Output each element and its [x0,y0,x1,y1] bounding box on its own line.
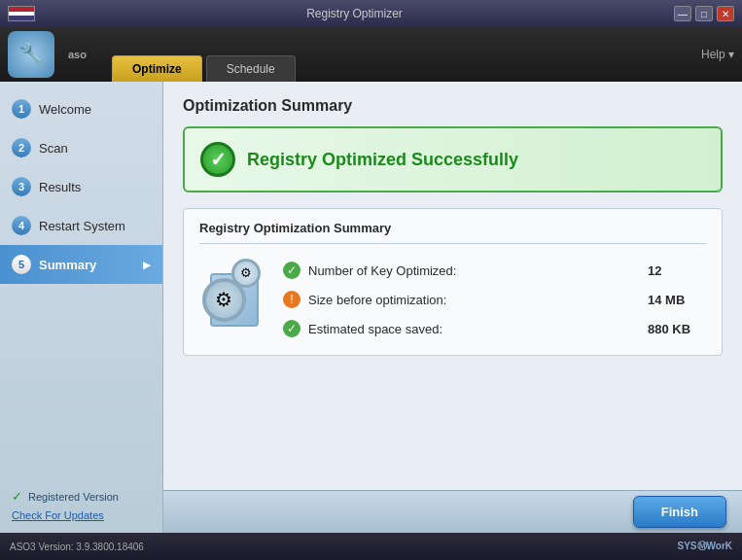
row-0-value: 12 [648,263,706,278]
help-menu[interactable]: Help ▾ [701,48,734,61]
row-2-icon: ✓ [283,320,300,337]
title-bar: Registry Optimizer — □ ✕ [0,0,742,27]
sidebar-bottom: ✓ Registered Version Check For Updates [0,477,162,533]
toolbar: 🔧 aso Optimize Schedule Help ▾ [0,27,742,82]
summary-row-0: ✓ Number of Key Optimized: 12 [283,256,706,285]
window-title: Registry Optimizer [35,7,674,20]
aso-label: aso [68,49,87,60]
language-flag[interactable] [8,6,35,21]
step-4-circle: 4 [12,216,31,235]
row-2-label: Estimated space saved: [308,322,640,336]
summary-box-title: Registry Optimization Summary [199,221,706,244]
row-0-label: Number of Key Optimized: [308,263,640,278]
tab-schedule[interactable]: Schedule [206,55,296,82]
summary-row-2: ✓ Estimated space saved: 880 KB [283,314,706,343]
sidebar-item-results[interactable]: 3 Results [0,167,162,206]
summary-row-1: ! Size before optimization: 14 MB [283,285,706,314]
close-button[interactable]: ✕ [717,6,734,21]
step-1-circle: 1 [12,99,31,119]
version-label: ASO3 Version: 3.9.3800.18406 [10,542,144,552]
sidebar-item-scan[interactable]: 2 Scan [0,128,162,167]
row-1-value: 14 MB [648,293,706,307]
sidebar: 1 Welcome 2 Scan 3 Results 4 Restart Sys… [0,82,163,533]
sidebar-item-summary[interactable]: 5 Summary ▶ [0,245,162,284]
row-0-icon: ✓ [283,262,300,279]
content-area: Optimization Summary ✓ Registry Optimize… [163,82,742,490]
step-3-circle: 3 [12,177,31,196]
maximize-button[interactable]: □ [695,6,713,21]
page-title: Optimization Summary [183,97,723,115]
gear-visual: ⚙ ⚙ [202,259,265,332]
sidebar-item-welcome-label: Welcome [39,102,91,117]
sidebar-item-restart-label: Restart System [39,219,125,233]
row-1-icon: ! [283,291,300,308]
row-1-label: Size before optimization: [308,293,640,307]
sidebar-item-results-label: Results [39,180,81,194]
sidebar-item-welcome[interactable]: 1 Welcome [0,89,162,128]
minimize-button[interactable]: — [674,6,691,21]
main-area: 1 Welcome 2 Scan 3 Results 4 Restart Sys… [0,82,742,533]
registered-label: Registered Version [28,491,119,503]
row-2-value: 880 KB [648,322,706,336]
check-updates-link[interactable]: Check For Updates [12,509,104,521]
summary-box: Registry Optimization Summary ⚙ ⚙ [183,208,723,356]
tab-optimize[interactable]: Optimize [112,55,202,82]
action-bar: Finish [163,490,742,533]
registered-row: ✓ Registered Version [12,489,151,504]
gear-small-icon: ⚙ [231,259,261,288]
step-2-circle: 2 [12,138,31,158]
window-controls: — □ ✕ [674,6,734,21]
summary-rows: ✓ Number of Key Optimized: 12 ! Size bef… [283,256,706,343]
sidebar-item-scan-label: Scan [39,141,68,156]
app-logo: 🔧 [8,31,54,78]
brand-label: SYSⓂWorK [678,540,733,553]
finish-button[interactable]: Finish [633,496,726,528]
bottom-bar: ASO3 Version: 3.9.3800.18406 SYSⓂWorK [0,533,742,560]
toolbar-tabs: Optimize Schedule [112,55,296,82]
gear-image: ⚙ ⚙ [199,256,267,333]
sidebar-item-summary-label: Summary [39,258,96,272]
summary-content: ⚙ ⚙ ✓ Number of Key Optimized: 12 [199,256,706,343]
success-text: Registry Optimized Successfully [247,150,518,170]
success-icon: ✓ [200,142,235,177]
sidebar-arrow-icon: ▶ [143,260,151,270]
success-banner: ✓ Registry Optimized Successfully [183,126,723,192]
step-5-circle: 5 [12,255,31,274]
sidebar-item-restart[interactable]: 4 Restart System [0,206,162,245]
registered-check-icon: ✓ [12,489,22,504]
